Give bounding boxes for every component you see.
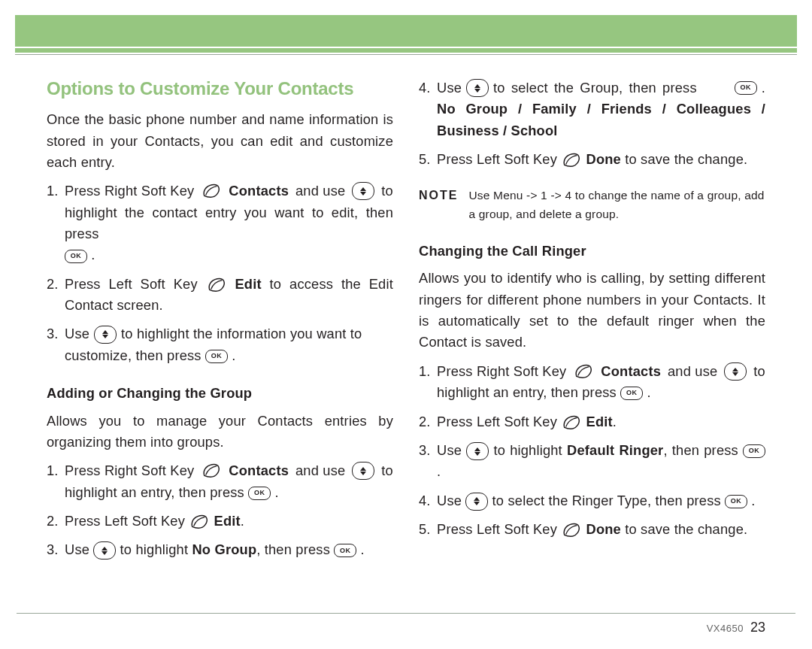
nav-icon — [724, 362, 747, 381]
model-label: VX4650 — [707, 623, 744, 634]
softkey-icon — [202, 462, 220, 479]
ok-icon: OK — [743, 444, 765, 458]
footer-line — [17, 613, 795, 614]
section-title: Options to Customize Your Contacts — [47, 74, 393, 102]
nav-icon — [352, 462, 374, 480]
ringer-heading: Changing the Call Ringer — [419, 241, 765, 262]
nav-icon — [465, 493, 488, 511]
step-2: 2. Press Left Soft Key Edit to access th… — [47, 274, 393, 317]
step-1: 1. Press Right Soft Key Contacts and use… — [47, 180, 393, 265]
ringer-step-1: 1. Press Right Soft Key Contacts and use… — [419, 361, 765, 404]
ok-icon: OK — [248, 487, 271, 500]
softkey-icon — [190, 514, 208, 530]
group-heading: Adding or Changing the Group — [47, 383, 393, 404]
ok-icon: OK — [725, 495, 747, 508]
group-intro: Allows you to manage your Contacts entri… — [47, 411, 393, 453]
ringer-step-3: 3. Use to highlight Default Ringer, then… — [419, 440, 765, 483]
page-content: Options to Customize Your Contacts Once … — [0, 67, 812, 561]
right-column: 4. Use to select the Group, then press O… — [419, 67, 765, 561]
nav-icon — [352, 182, 374, 200]
ok-icon: OK — [620, 387, 643, 400]
softkey-icon — [562, 522, 580, 538]
ok-icon: OK — [205, 350, 228, 363]
header-bar — [15, 15, 797, 48]
softkey-icon — [202, 183, 220, 199]
header-hairline — [15, 54, 797, 55]
left-column: Options to Customize Your Contacts Once … — [47, 67, 393, 561]
group-step-3: 3. Use to highlight No Group, then press… — [47, 539, 393, 560]
group-step-1: 1. Press Right Soft Key Contacts and use… — [47, 460, 393, 503]
note-block: NOTE Use Menu -> 1 -> 4 to change the na… — [419, 187, 765, 224]
footer: VX4650 23 — [0, 613, 812, 635]
nav-icon — [94, 326, 117, 344]
nav-icon — [93, 541, 116, 560]
page-number: VX4650 23 — [0, 620, 812, 635]
nav-icon — [466, 79, 489, 97]
group-step-5: 5. Press Left Soft Key Done to save the … — [419, 149, 765, 170]
note-label: NOTE — [419, 187, 458, 224]
ringer-step-5: 5. Press Left Soft Key Done to save the … — [419, 519, 765, 540]
softkey-icon — [562, 414, 580, 431]
softkey-icon — [562, 152, 580, 168]
ringer-step-4: 4. Use to select the Ringer Type, then p… — [419, 490, 765, 511]
group-step-2: 2. Press Left Soft Key Edit. — [47, 511, 393, 532]
intro-paragraph: Once the basic phone number and name inf… — [47, 109, 393, 173]
ok-icon: OK — [735, 81, 757, 95]
ok-icon: OK — [334, 544, 356, 557]
softkey-icon — [208, 277, 226, 293]
softkey-icon — [574, 363, 592, 380]
page-number-value: 23 — [750, 620, 765, 635]
ringer-step-2: 2. Press Left Soft Key Edit. — [419, 411, 765, 432]
nav-icon — [466, 442, 489, 460]
header-thin-bar — [15, 48, 797, 54]
group-step-4: 4. Use to select the Group, then press O… — [419, 77, 765, 141]
ok-icon: OK — [65, 250, 87, 263]
note-text: Use Menu -> 1 -> 4 to change the name of… — [468, 187, 765, 224]
ringer-intro: Allows you to identify who is calling, b… — [419, 268, 765, 353]
step-3: 3. Use to highlight the information you … — [47, 323, 393, 366]
